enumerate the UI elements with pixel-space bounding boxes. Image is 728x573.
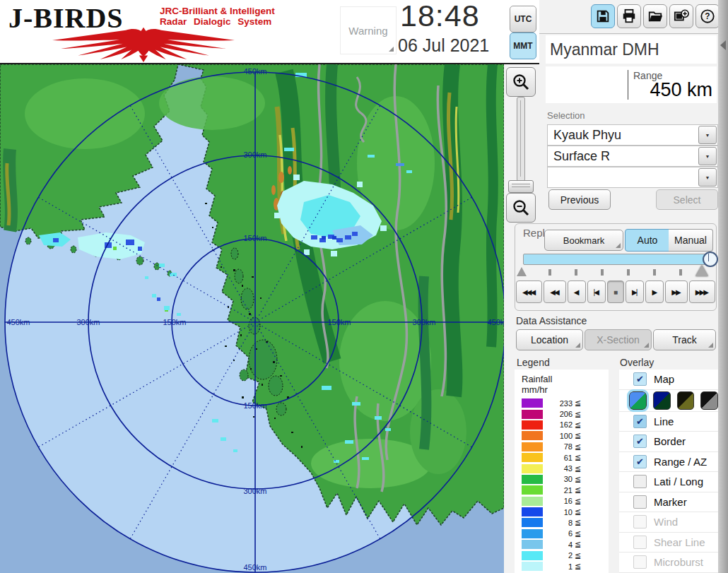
legend-swatch xyxy=(522,518,543,527)
toolbar: ? xyxy=(591,4,720,28)
chevron-down-icon[interactable] xyxy=(698,147,717,165)
collapse-panel-icon[interactable] xyxy=(720,40,726,50)
overlay-item-microburst: Microburst xyxy=(619,553,718,573)
jbirds-app: 450km 300km 150km 150km 300km 450km 450k… xyxy=(0,0,728,573)
select-button[interactable]: Select xyxy=(656,189,718,210)
legend-row: 1≦ xyxy=(515,561,609,572)
legend-row: 6≦ xyxy=(515,528,609,539)
checkbox-checked-icon[interactable]: ✔ xyxy=(633,435,647,448)
map-style-blue-green[interactable] xyxy=(629,391,647,410)
overlay-item-range-az[interactable]: ✔ Range / AZ xyxy=(619,452,718,473)
map-style-black-gray[interactable] xyxy=(700,391,718,410)
overlay-title: Overlay xyxy=(620,357,654,368)
zoom-out-button[interactable] xyxy=(506,193,536,223)
zoom-slider-track[interactable] xyxy=(517,97,525,182)
warning-button[interactable]: Warning xyxy=(341,7,396,54)
overlay-item-shear-line: Shear Line xyxy=(619,533,718,553)
replay-timeline-track[interactable] xyxy=(523,254,714,265)
rewind-button[interactable]: ◀◀ xyxy=(544,280,566,303)
legend-row: 10≦ xyxy=(515,507,609,517)
ring-label-450-left: 450km xyxy=(6,318,30,326)
step-back-button[interactable]: |◀ xyxy=(587,280,606,303)
previous-button[interactable]: Previous xyxy=(548,189,611,210)
replay-auto-button[interactable]: Auto xyxy=(625,229,670,252)
legend-row: 100≦ xyxy=(515,430,609,441)
forward-fast-button[interactable]: ▶▶▶ xyxy=(689,280,715,303)
overlay-item-map[interactable]: ✔ Map xyxy=(619,370,718,390)
selection-label: Selection xyxy=(547,110,585,121)
legend-swatch xyxy=(522,562,543,571)
checkbox-disabled-icon xyxy=(633,515,647,528)
play-reverse-button[interactable]: ◀ xyxy=(568,280,586,303)
overlay-item-line[interactable]: ✔ Line xyxy=(619,412,718,432)
timezone-mmt-button[interactable]: MMT xyxy=(510,33,536,59)
zoom-in-button[interactable] xyxy=(506,67,536,97)
checkbox-disabled-icon xyxy=(633,555,647,569)
overlay-item-border[interactable]: ✔ Border xyxy=(619,432,718,452)
legend-swatch xyxy=(522,398,543,408)
overlay-item-lati-long[interactable]: Lati / Long xyxy=(619,472,718,492)
timeline-tick xyxy=(575,269,577,276)
x-section-button[interactable]: X-Section xyxy=(585,329,652,350)
replay-manual-button[interactable]: Manual xyxy=(669,229,713,252)
map-style-navy-darkgreen[interactable] xyxy=(653,391,671,410)
panel-divider xyxy=(539,33,718,34)
checkbox-checked-icon[interactable]: ✔ xyxy=(633,372,647,386)
overlay-item-marker[interactable]: Marker xyxy=(619,492,718,513)
timeline-start-marker[interactable] xyxy=(517,267,527,276)
open-folder-icon[interactable] xyxy=(643,4,667,28)
bookmark-button[interactable]: Bookmark xyxy=(544,230,623,251)
help-icon[interactable]: ? xyxy=(695,4,720,28)
legend-row: 162≦ xyxy=(515,420,609,430)
overlay-item-wind: Wind xyxy=(619,512,718,533)
timeline-end-marker[interactable] xyxy=(695,265,708,276)
legend-row: 78≦ xyxy=(515,442,609,452)
rewind-fast-button[interactable]: ◀◀◀ xyxy=(516,280,542,303)
stop-button[interactable]: ■ xyxy=(607,280,624,303)
forward-button[interactable]: ▶▶ xyxy=(665,280,688,303)
checkbox-unchecked-icon[interactable] xyxy=(633,475,647,488)
legend-row: 4≦ xyxy=(515,539,609,550)
checkbox-unchecked-icon[interactable] xyxy=(633,495,647,509)
panel-scroll-edge[interactable] xyxy=(718,0,728,573)
logo-subtitle: JRC-Brilliant & Intelligent Radar Dialog… xyxy=(160,6,275,27)
range-value: 450 km xyxy=(650,79,712,101)
step-forward-button[interactable]: ▶| xyxy=(626,280,644,303)
map-style-black-olive[interactable] xyxy=(677,391,695,410)
checkbox-disabled-icon xyxy=(633,536,647,549)
print-icon[interactable] xyxy=(617,4,641,28)
track-button[interactable]: Track xyxy=(653,329,716,350)
timezone-utc-button[interactable]: UTC xyxy=(510,6,536,33)
checkbox-checked-icon[interactable]: ✔ xyxy=(633,455,647,468)
rainfall-legend: Rainfall mm/hr 233≦ 206≦ 162≦ 100≦ 78≦ 6… xyxy=(515,370,609,573)
legend-swatch xyxy=(522,410,543,419)
zoom-slider-handle[interactable] xyxy=(508,180,534,193)
ring-label-300-right: 300km xyxy=(412,318,435,326)
timeline-tick xyxy=(627,269,630,276)
range-divider xyxy=(628,70,628,100)
checkbox-checked-icon[interactable]: ✔ xyxy=(633,415,647,428)
location-button[interactable]: Location xyxy=(516,329,583,350)
ring-label-300-bottom: 300km xyxy=(243,487,266,495)
add-snapshot-icon[interactable] xyxy=(669,4,693,28)
timeline-tick xyxy=(548,269,551,276)
ring-label-300-top: 300km xyxy=(243,150,266,159)
option-dropdown[interactable] xyxy=(547,167,718,188)
save-icon[interactable] xyxy=(591,4,615,28)
radar-map[interactable]: 450km 300km 150km 150km 300km 450km 450k… xyxy=(0,64,504,573)
magnifier-minus-icon xyxy=(512,199,530,217)
legend-row: 21≦ xyxy=(515,485,609,495)
ring-label-450-right: 450km xyxy=(487,318,504,326)
legend-swatch xyxy=(522,529,543,538)
legend-swatch xyxy=(522,485,543,495)
legend-swatch xyxy=(522,431,543,440)
svg-text:?: ? xyxy=(705,11,710,21)
chevron-down-icon[interactable] xyxy=(698,126,717,144)
legend-heading: Rainfall xyxy=(522,374,609,384)
timeline-tick xyxy=(679,269,682,276)
product-dropdown[interactable]: Surface R xyxy=(547,146,718,167)
play-button[interactable]: ▶ xyxy=(645,280,664,303)
station-dropdown[interactable]: Kyauk Phyu xyxy=(547,124,718,146)
chevron-down-icon[interactable] xyxy=(698,168,717,187)
timeline-tick xyxy=(601,269,604,276)
